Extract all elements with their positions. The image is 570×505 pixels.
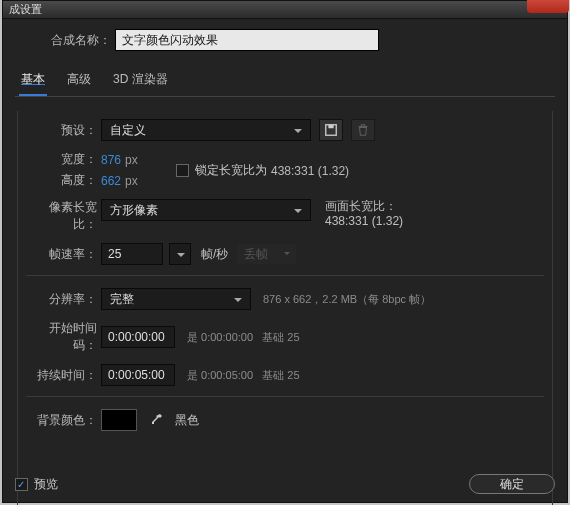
preset-select[interactable]: 自定义 xyxy=(101,119,311,141)
frame-aspect-value: 438:331 (1.32) xyxy=(325,214,403,229)
start-tc-label: 开始时间码： xyxy=(26,320,101,354)
width-unit: px xyxy=(125,153,138,167)
width-value[interactable]: 876 xyxy=(101,153,121,167)
preview-label: 预览 xyxy=(34,476,58,493)
lock-aspect-checkbox[interactable] xyxy=(176,164,189,177)
lock-aspect-ratio: 438:331 (1.32) xyxy=(271,164,349,178)
width-label: 宽度： xyxy=(26,151,101,168)
window-title: 成设置 xyxy=(9,3,42,15)
tab-bar: 基本 高级 3D 渲染器 xyxy=(15,65,555,97)
basic-panel: 预设： 自定义 宽度： 876 px 高度： 662 px xyxy=(17,111,553,505)
tab-basic[interactable]: 基本 xyxy=(19,67,47,96)
titlebar[interactable]: 成设置 xyxy=(3,1,567,19)
preset-label: 预设： xyxy=(26,122,101,139)
dropframe-select: 丢帧 xyxy=(238,244,296,264)
resolution-dims: 876 x 662 xyxy=(263,293,311,305)
height-label: 高度： xyxy=(26,172,101,189)
bg-color-name: 黑色 xyxy=(175,412,199,429)
fps-dropdown[interactable] xyxy=(169,243,191,265)
ok-button[interactable]: 确定 xyxy=(469,474,555,494)
resolution-label: 分辨率： xyxy=(26,291,101,308)
comp-name-label: 合成名称： xyxy=(51,32,115,49)
fps-input[interactable] xyxy=(101,243,163,265)
resolution-size: ，2.2 MB（每 8bpc 帧） xyxy=(311,293,431,305)
start-timecode-input[interactable] xyxy=(101,326,175,348)
height-unit: px xyxy=(125,174,138,188)
eyedropper-button[interactable] xyxy=(145,409,167,431)
duration-label: 持续时间： xyxy=(26,367,101,384)
fps-label: 帧速率： xyxy=(26,246,101,263)
bg-color-label: 背景颜色： xyxy=(26,412,101,429)
fps-unit: 帧/秒 xyxy=(201,246,228,263)
comp-name-input[interactable] xyxy=(115,29,379,51)
svg-rect-1 xyxy=(328,125,333,129)
duration-input[interactable] xyxy=(101,364,175,386)
close-button[interactable] xyxy=(527,0,569,13)
height-value[interactable]: 662 xyxy=(101,174,121,188)
composition-settings-dialog: 成设置 合成名称： 基本 高级 3D 渲染器 预设： 自定义 xyxy=(2,0,568,503)
pixel-aspect-select[interactable]: 方形像素 xyxy=(101,199,311,221)
delete-preset-button[interactable] xyxy=(351,119,375,141)
par-label: 像素长宽比： xyxy=(26,199,101,233)
lock-aspect-label: 锁定长宽比为 xyxy=(195,162,267,179)
frame-aspect-label: 画面长宽比： xyxy=(325,199,403,214)
tab-advanced[interactable]: 高级 xyxy=(65,67,93,96)
tab-3d-renderer[interactable]: 3D 渲染器 xyxy=(111,67,170,96)
save-preset-button[interactable] xyxy=(319,119,343,141)
bg-color-swatch[interactable] xyxy=(101,409,137,431)
preview-checkbox[interactable] xyxy=(15,478,28,491)
resolution-select[interactable]: 完整 xyxy=(101,288,251,310)
